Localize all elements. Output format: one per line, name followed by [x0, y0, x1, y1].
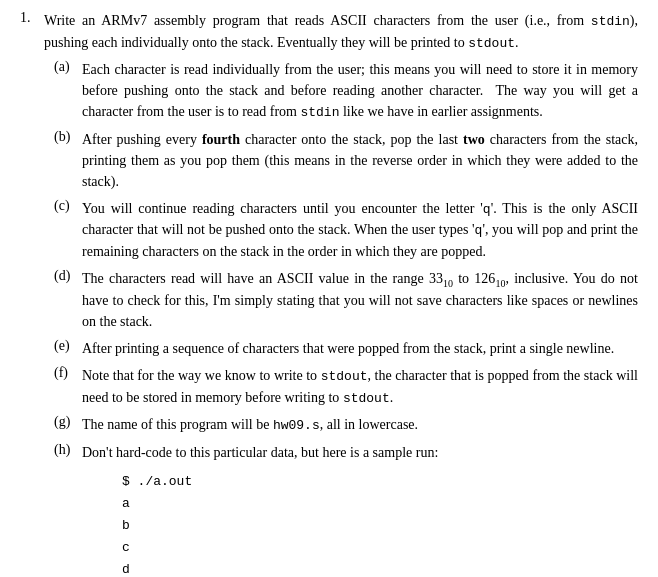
sub-content-f: Note that for the way we know to write t…	[82, 365, 638, 408]
sub-list: (a) Each character is read individually …	[54, 59, 638, 577]
sub-item-h: (h) Don't hard-code to this particular d…	[54, 442, 638, 577]
sub-item-d: (d) The characters read will have an ASC…	[54, 268, 638, 333]
sub-label-h: (h)	[54, 442, 76, 577]
sub-content-c: You will continue reading characters unt…	[82, 198, 638, 262]
sub-label-g: (g)	[54, 414, 76, 436]
bold-two: two	[463, 132, 485, 147]
bold-fourth: fourth	[202, 132, 240, 147]
sub-item-a: (a) Each character is read individually …	[54, 59, 638, 123]
main-item-text: Write an ARMv7 assembly program that rea…	[44, 10, 638, 53]
sub-content-a: Each character is read individually from…	[82, 59, 638, 123]
sample-run-line-3: b	[122, 515, 638, 537]
main-list-item: 1. Write an ARMv7 assembly program that …	[20, 10, 638, 577]
main-item-content: Write an ARMv7 assembly program that rea…	[44, 10, 638, 577]
sub-content-b: After pushing every fourth character ont…	[82, 129, 638, 192]
sample-run-block: $ ./a.out a b c d dc e	[122, 471, 638, 577]
subscript-10-1: 10	[443, 277, 453, 288]
sample-run-line-2: a	[122, 493, 638, 515]
sub-item-f: (f) Note that for the way we know to wri…	[54, 365, 638, 408]
stdout-ref-3: stdout	[343, 391, 390, 406]
sub-label-c: (c)	[54, 198, 76, 262]
keyword-reads: reads	[295, 13, 325, 28]
sample-run-line-5: d	[122, 559, 638, 577]
sub-content-g: The name of this program will be hw09.s,…	[82, 414, 638, 436]
sub-item-b: (b) After pushing every fourth character…	[54, 129, 638, 192]
stdin-ref-2: stdin	[300, 105, 339, 120]
stdout-ref-2: stdout	[321, 369, 368, 384]
stdin-ref-1: stdin	[591, 14, 630, 29]
sample-run-line-1: $ ./a.out	[122, 471, 638, 493]
sub-content-d: The characters read will have an ASCII v…	[82, 268, 638, 333]
sub-label-d: (d)	[54, 268, 76, 333]
sub-label-a: (a)	[54, 59, 76, 123]
q-ref-1: q	[483, 202, 491, 217]
sub-item-g: (g) The name of this program will be hw0…	[54, 414, 638, 436]
main-item-number: 1.	[20, 10, 38, 577]
sub-label-f: (f)	[54, 365, 76, 408]
stdout-ref-1: stdout	[468, 36, 515, 51]
filename-ref: hw09.s	[273, 418, 320, 433]
q-ref-2: q	[475, 223, 483, 238]
subscript-10-2: 10	[495, 277, 505, 288]
sub-item-c: (c) You will continue reading characters…	[54, 198, 638, 262]
sub-label-b: (b)	[54, 129, 76, 192]
sub-label-e: (e)	[54, 338, 76, 359]
sub-content-e: After printing a sequence of characters …	[82, 338, 638, 359]
sub-item-e: (e) After printing a sequence of charact…	[54, 338, 638, 359]
sub-content-h: Don't hard-code to this particular data,…	[82, 442, 638, 577]
sample-run-line-4: c	[122, 537, 638, 559]
